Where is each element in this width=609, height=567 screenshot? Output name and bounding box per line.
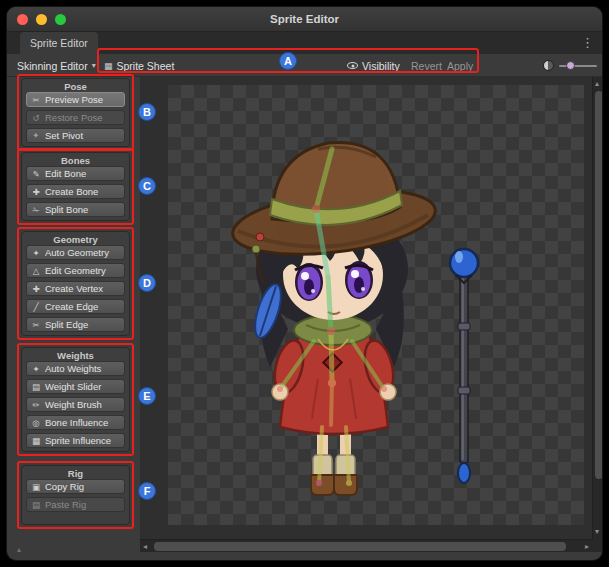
vertical-scrollbar[interactable]: ▴ ▾ xyxy=(592,77,602,539)
zoom-slider-thumb[interactable] xyxy=(566,61,575,70)
revert-button[interactable]: Revert xyxy=(411,54,442,77)
restore-pose-icon: ↺ xyxy=(31,113,41,123)
edit-bone-button[interactable]: ✎ Edit Bone xyxy=(26,166,125,181)
scroll-right-icon[interactable]: ▸ xyxy=(585,543,589,551)
set-pivot-label: Set Pivot xyxy=(45,130,83,141)
create-edge-label: Create Edge xyxy=(45,301,98,312)
sprite-preview xyxy=(168,85,584,525)
window-title: Sprite Editor xyxy=(7,7,602,32)
canvas-viewport[interactable] xyxy=(140,77,592,539)
preview-pose-icon: ✂ xyxy=(31,95,41,105)
corner-chevron-icon: ▴ xyxy=(17,545,21,554)
tab-bar: Sprite Editor ⋮ xyxy=(7,32,602,54)
scroll-down-icon[interactable]: ▾ xyxy=(595,528,599,536)
visibility-button[interactable]: Visibility xyxy=(347,54,400,77)
set-pivot-icon: ⌖ xyxy=(31,130,41,141)
create-bone-icon: ✚ xyxy=(31,187,41,197)
edit-geometry-label: Edit Geometry xyxy=(45,265,106,276)
auto-weights-label: Auto Weights xyxy=(45,363,101,374)
paste-rig-label: Paste Rig xyxy=(45,499,86,510)
bones-panel: Bones ✎ Edit Bone ✚ Create Bone ✁ Split … xyxy=(21,152,130,221)
create-vertex-icon: ✚ xyxy=(31,284,41,294)
pose-panel-title: Pose xyxy=(22,79,129,92)
copy-rig-button[interactable]: ▣ Copy Rig xyxy=(26,479,125,494)
copy-rig-icon: ▣ xyxy=(31,482,41,492)
weight-brush-button[interactable]: ✏ Weight Brush xyxy=(26,397,125,412)
geometry-panel: Geometry ✦ Auto Geometry △ Edit Geometry… xyxy=(21,231,130,336)
weight-brush-icon: ✏ xyxy=(31,400,41,410)
bone-influence-label: Bone Influence xyxy=(45,417,108,428)
preview-pose-label: Preview Pose xyxy=(45,94,103,105)
edit-geometry-icon: △ xyxy=(31,266,41,276)
character-sprite xyxy=(229,143,439,495)
split-edge-icon: ✂ xyxy=(31,320,41,330)
vertical-scrollbar-thumb[interactable] xyxy=(595,91,602,479)
titlebar: Sprite Editor xyxy=(7,7,602,32)
sprite-influence-icon: ▦ xyxy=(31,436,41,446)
scrollbar-corner xyxy=(592,539,602,552)
preview-pose-button[interactable]: ✂ Preview Pose xyxy=(26,92,125,107)
geometry-panel-title: Geometry xyxy=(22,232,129,245)
toolbar: Skinning Editor ▾ ▦ Sprite Sheet Visibil… xyxy=(7,54,602,77)
split-bone-button[interactable]: ✁ Split Bone xyxy=(26,202,125,217)
auto-weights-icon: ✦ xyxy=(31,364,41,374)
create-bone-button[interactable]: ✚ Create Bone xyxy=(26,184,125,199)
eye-icon xyxy=(347,62,358,69)
horizontal-scrollbar-thumb[interactable] xyxy=(154,542,566,551)
zoom-slider-track[interactable] xyxy=(559,65,597,67)
kebab-menu-icon[interactable]: ⋮ xyxy=(581,35,594,50)
scroll-left-icon[interactable]: ◂ xyxy=(143,543,147,551)
bone-influence-button[interactable]: ◎ Bone Influence xyxy=(26,415,125,430)
weight-slider-button[interactable]: ▤ Weight Slider xyxy=(26,379,125,394)
tab-sprite-editor[interactable]: Sprite Editor xyxy=(20,32,98,54)
chevron-down-icon: ▾ xyxy=(92,61,96,70)
sprite-influence-button[interactable]: ▦ Sprite Influence xyxy=(26,433,125,448)
edit-bone-label: Edit Bone xyxy=(45,168,86,179)
horizontal-scrollbar[interactable]: ◂ ▸ xyxy=(140,539,592,552)
scroll-up-icon[interactable]: ▴ xyxy=(595,80,599,88)
auto-geometry-button[interactable]: ✦ Auto Geometry xyxy=(26,245,125,260)
texture-area[interactable] xyxy=(168,85,584,525)
set-pivot-button[interactable]: ⌖ Set Pivot xyxy=(26,128,125,143)
skinning-editor-label: Skinning Editor xyxy=(17,60,88,72)
paste-rig-icon: ▤ xyxy=(31,500,41,510)
rig-panel: Rig ▣ Copy Rig ▤ Paste Rig xyxy=(21,465,130,525)
sprite-editor-window: Sprite Editor Sprite Editor ⋮ Skinning E… xyxy=(7,7,602,560)
edit-geometry-button[interactable]: △ Edit Geometry xyxy=(26,263,125,278)
weight-slider-icon: ▤ xyxy=(31,382,41,392)
edit-bone-icon: ✎ xyxy=(31,169,41,179)
restore-pose-label: Restore Pose xyxy=(45,112,103,123)
screen: Sprite Editor Sprite Editor ⋮ Skinning E… xyxy=(0,0,609,567)
zoom-slider[interactable] xyxy=(559,54,597,77)
auto-geometry-label: Auto Geometry xyxy=(45,247,109,258)
split-edge-label: Split Edge xyxy=(45,319,88,330)
auto-weights-button[interactable]: ✦ Auto Weights xyxy=(26,361,125,376)
create-vertex-label: Create Vertex xyxy=(45,283,103,294)
split-edge-button[interactable]: ✂ Split Edge xyxy=(26,317,125,332)
sprite-sheet-button[interactable]: ▦ Sprite Sheet xyxy=(104,54,174,77)
sprite-influence-label: Sprite Influence xyxy=(45,435,111,446)
bone-influence-icon: ◎ xyxy=(31,418,41,428)
staff-sprite xyxy=(450,249,478,483)
sprite-sheet-label: Sprite Sheet xyxy=(117,60,175,72)
weights-panel: Weights ✦ Auto Weights ▤ Weight Slider ✏… xyxy=(21,347,130,452)
create-bone-label: Create Bone xyxy=(45,186,98,197)
split-bone-icon: ✁ xyxy=(31,205,41,215)
split-bone-label: Split Bone xyxy=(45,204,88,215)
create-edge-button[interactable]: ╱ Create Edge xyxy=(26,299,125,314)
visibility-label: Visibility xyxy=(362,60,400,72)
weight-slider-label: Weight Slider xyxy=(45,381,101,392)
weights-panel-title: Weights xyxy=(22,348,129,361)
create-edge-icon: ╱ xyxy=(31,302,41,312)
copy-rig-label: Copy Rig xyxy=(45,481,84,492)
weight-brush-label: Weight Brush xyxy=(45,399,102,410)
create-vertex-button[interactable]: ✚ Create Vertex xyxy=(26,281,125,296)
paste-rig-button[interactable]: ▤ Paste Rig xyxy=(26,497,125,512)
rgb-alpha-toggle-icon[interactable] xyxy=(543,60,554,71)
apply-button[interactable]: Apply xyxy=(447,54,473,77)
skinning-editor-dropdown[interactable]: Skinning Editor ▾ xyxy=(17,54,96,77)
rig-panel-title: Rig xyxy=(22,466,129,479)
restore-pose-button[interactable]: ↺ Restore Pose xyxy=(26,110,125,125)
auto-geometry-icon: ✦ xyxy=(31,248,41,258)
grid-icon: ▦ xyxy=(104,61,113,71)
